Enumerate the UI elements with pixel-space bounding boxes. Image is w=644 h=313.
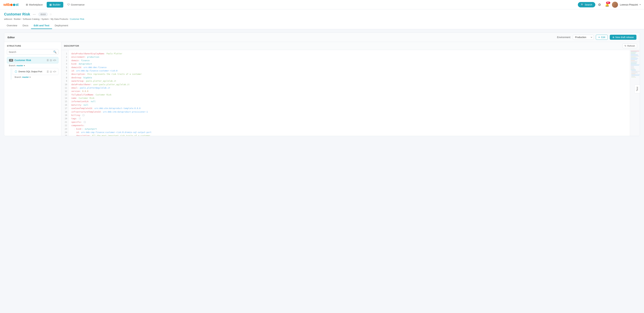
- tree-item-customer-risk[interactable]: CR Customer Risk ☰ ⊡ </>: [7, 57, 58, 63]
- code-line: version: 0.0.0: [71, 90, 627, 93]
- code-line: id: urn:dmb:cmp:finance:customer-risk:0:…: [71, 131, 627, 134]
- branch-dropdown-icon: ▾: [24, 64, 25, 67]
- line-number: 23: [63, 127, 67, 131]
- main-content: Editor Environment: Production Developme…: [0, 29, 644, 139]
- svg-rect-24: [631, 71, 640, 71]
- svg-rect-18: [631, 66, 634, 66]
- test-tab[interactable]: Test: [634, 84, 640, 93]
- breadcrumb-my-data-products[interactable]: My Data Products: [51, 18, 68, 20]
- settings-button[interactable]: ⚙: [597, 1, 602, 8]
- svg-rect-6: [631, 56, 639, 56]
- line-numbers: 1234567891011121314151617181920212223242…: [61, 50, 69, 136]
- svg-rect-12: [631, 61, 638, 61]
- svg-rect-26: [631, 73, 638, 73]
- line-number: 17: [63, 107, 67, 110]
- breadcrumb-witboost[interactable]: witboost: [4, 18, 12, 20]
- tab-deployment[interactable]: Deployment: [52, 22, 71, 29]
- user-chevron-icon[interactable]: ▾: [640, 3, 641, 6]
- structure-title: Structure: [7, 45, 58, 47]
- line-number: 13: [63, 93, 67, 96]
- structure-search-icon-button[interactable]: 🔍: [53, 50, 56, 53]
- breadcrumb-software-catalog[interactable]: Software Catalog: [23, 18, 40, 20]
- svg-rect-1: [631, 52, 636, 52]
- breadcrumb-system[interactable]: System: [42, 18, 49, 20]
- line-number: 3: [63, 59, 67, 62]
- cr-badge: CR: [9, 59, 13, 61]
- edit-button[interactable]: ✏ Edit: [596, 35, 608, 40]
- code-line: maturity: null: [71, 103, 627, 107]
- page-title: Customer Risk: [4, 12, 30, 16]
- svg-rect-7: [631, 57, 636, 57]
- sub-menu-button[interactable]: ☰: [47, 70, 49, 73]
- editor-body: Structure 🔍 CR Customer Risk ☰ ⊡ </>: [4, 42, 640, 136]
- line-number: 24: [63, 131, 67, 134]
- tree-expand-button[interactable]: ⊡: [50, 59, 52, 61]
- code-line: name: Customer Risk: [71, 96, 627, 100]
- editor-title: Editor: [8, 36, 15, 39]
- search-button[interactable]: 🔍 Search: [578, 2, 595, 7]
- refresh-button[interactable]: ↻ Refresh: [622, 44, 637, 48]
- svg-rect-15: [631, 63, 636, 64]
- line-number: 6: [63, 69, 67, 72]
- dremio-icon: ⬡: [15, 70, 17, 73]
- nav-builder[interactable]: ▦ Builder: [47, 2, 63, 7]
- line-number: 14: [63, 96, 67, 100]
- code-line: specific: {}: [71, 120, 627, 124]
- structure-panel: Structure 🔍 CR Customer Risk ☰ ⊡ </>: [4, 42, 61, 136]
- sub-branch-dropdown-icon: ▾: [30, 76, 30, 78]
- svg-rect-27: [631, 74, 636, 74]
- environment-select[interactable]: Production Development: [573, 35, 594, 40]
- tab-docs[interactable]: Docs: [20, 22, 31, 29]
- tree-sub-container: ⬡ Dremio SQL Output Port ☰ ⊡ </> Branch:…: [11, 68, 58, 80]
- line-number: 7: [63, 72, 67, 76]
- code-line: billing: {}: [71, 114, 627, 117]
- code-line: dataProductOwner: user:paolo.platter_agi…: [71, 83, 627, 86]
- svg-rect-16: [631, 64, 640, 65]
- svg-rect-10: [631, 59, 637, 60]
- nav-marketplace[interactable]: ⊞ Marketplace: [23, 2, 46, 7]
- svg-rect-0: [631, 51, 639, 51]
- code-line: - kind:: outputport: [71, 127, 627, 131]
- avatar[interactable]: [612, 2, 618, 8]
- structure-search-input[interactable]: [9, 51, 52, 53]
- line-number: 18: [63, 110, 67, 114]
- tab-overview[interactable]: Overview: [4, 22, 20, 29]
- cr-branch-row: Branch: master ▾: [7, 64, 58, 68]
- new-draft-release-button[interactable]: ⊕ New draft release: [610, 35, 636, 40]
- code-view[interactable]: 1234567891011121314151617181920212223242…: [61, 50, 640, 136]
- nav-governance[interactable]: 🛡 Governance: [65, 2, 87, 7]
- svg-rect-31: [631, 77, 636, 77]
- tab-edit-and-test[interactable]: Edit and Test: [31, 22, 52, 29]
- page-header: Customer Risk ⋯ 0.0.0 ☆ witboost / Build…: [0, 9, 644, 29]
- branch-label: Branch:: [9, 64, 16, 67]
- sub-branch-select[interactable]: master: [22, 76, 29, 78]
- gear-icon: ⚙: [598, 3, 601, 6]
- svg-rect-3: [631, 53, 636, 54]
- descriptor-title: Descriptor: [64, 45, 79, 47]
- structure-search-box: 🔍: [7, 49, 58, 55]
- sub-code-button[interactable]: </>: [53, 70, 56, 73]
- tree-code-button[interactable]: </>: [53, 59, 56, 61]
- user-name[interactable]: Lorenzo Pirazzini: [620, 3, 638, 6]
- svg-rect-28: [631, 74, 640, 75]
- code-line: fullyQualifiedName: Customer Risk: [71, 93, 627, 96]
- governance-icon: 🛡: [67, 3, 70, 6]
- code-line: useCaseTemplateId: urn:dmb:utm:dataprodu…: [71, 107, 627, 110]
- more-options-button[interactable]: ⋯: [32, 12, 37, 16]
- page-tabs: Overview Docs Edit and Test Deployment: [4, 22, 640, 29]
- favorite-button[interactable]: ☆: [49, 12, 52, 16]
- svg-rect-21: [631, 69, 635, 69]
- breadcrumb-builder[interactable]: Builder: [14, 18, 21, 20]
- code-line: infrastructureTemplateId: urn:dmb:itm:da…: [71, 110, 627, 114]
- refresh-icon: ↻: [624, 45, 626, 47]
- logo[interactable]: witbst: [3, 2, 18, 7]
- cr-branch-select[interactable]: master: [16, 64, 23, 67]
- svg-rect-8: [631, 58, 638, 58]
- line-number: 21: [63, 120, 67, 124]
- tree-item-dremio[interactable]: ⬡ Dremio SQL Output Port ☰ ⊡ </>: [12, 68, 58, 75]
- sub-expand-button[interactable]: ⊡: [50, 70, 52, 73]
- notifications-badge: 99+: [606, 2, 610, 4]
- plus-circle-icon: ⊕: [612, 36, 614, 38]
- line-number: 9: [63, 79, 67, 83]
- tree-menu-button[interactable]: ☰: [47, 59, 49, 61]
